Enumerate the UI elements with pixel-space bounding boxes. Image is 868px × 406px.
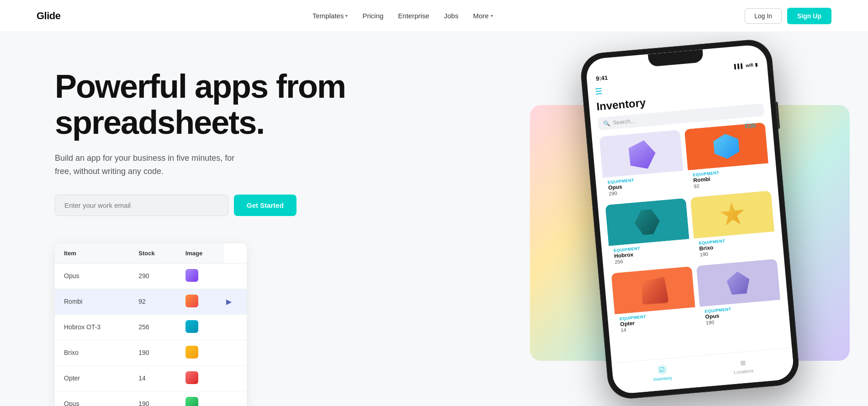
spreadsheet-card: Item Stock Image Opus290Rombi92▶Hobrox O… bbox=[55, 243, 247, 406]
inventory-icon: ☑ bbox=[656, 364, 667, 375]
phone-outer: 9:41 ▌▌▌ wifi ▮ ☰ Inventory Edit bbox=[579, 38, 801, 401]
email-input[interactable] bbox=[55, 195, 228, 216]
bottom-nav-locations[interactable]: ⊞ Locations bbox=[733, 357, 754, 375]
status-time: 9:41 bbox=[596, 74, 608, 82]
locations-icon: ⊞ bbox=[737, 357, 748, 368]
phone-screen: 9:41 ▌▌▌ wifi ▮ ☰ Inventory Edit bbox=[585, 44, 795, 395]
nav-item-templates[interactable]: Templates ▾ bbox=[312, 12, 348, 20]
nav-actions: Log In Sign Up bbox=[745, 8, 831, 24]
table-row[interactable]: Hobrox OT-3256 bbox=[55, 314, 247, 340]
wifi-icon: wifi bbox=[746, 63, 754, 68]
nav-item-more[interactable]: More ▾ bbox=[473, 12, 492, 20]
cell-item: Hobrox OT-3 bbox=[55, 314, 129, 340]
cell-item: Opter bbox=[55, 365, 129, 391]
signup-button[interactable]: Sign Up bbox=[787, 8, 831, 24]
list-item[interactable]: EQUIPMENT Hobrox 256 bbox=[605, 198, 692, 269]
cell-image bbox=[176, 391, 224, 406]
edit-button[interactable]: Edit bbox=[745, 121, 756, 130]
cursor-arrow-icon: ▶ bbox=[224, 289, 247, 314]
item-image bbox=[599, 130, 683, 178]
email-form: Get Started bbox=[55, 195, 365, 216]
shape-box-red-icon bbox=[642, 276, 669, 304]
spreadsheet-table: Item Stock Image Opus290Rombi92▶Hobrox O… bbox=[55, 243, 247, 406]
phone-grid: EQUIPMENT Opus 290 bbox=[599, 122, 783, 337]
hero-subtitle: Build an app for your business in five m… bbox=[55, 152, 247, 178]
cell-item: Rombi bbox=[55, 289, 129, 314]
cell-stock: 290 bbox=[129, 263, 176, 289]
main-content: Powerful apps from spreadsheets. Build a… bbox=[0, 32, 868, 406]
cell-item: Opus bbox=[55, 263, 129, 289]
hero-title: Powerful apps from spreadsheets. bbox=[55, 69, 365, 141]
cell-item: Brixo bbox=[55, 340, 129, 365]
navbar: Glide Templates ▾ Pricing Enterprise Job… bbox=[0, 0, 868, 32]
nav-logo[interactable]: Glide bbox=[37, 10, 61, 22]
nav-item-pricing[interactable]: Pricing bbox=[362, 12, 383, 20]
shape-dark-gem-icon bbox=[634, 208, 661, 236]
table-row[interactable]: Opus290 bbox=[55, 263, 247, 289]
shape-blue-gem-icon bbox=[713, 133, 740, 160]
item-image bbox=[611, 266, 695, 314]
list-item[interactable]: EQUIPMENT Rombi 92 bbox=[684, 122, 771, 193]
list-item[interactable]: EQUIPMENT Brixo 190 bbox=[690, 190, 777, 261]
table-row[interactable]: Brixo190 bbox=[55, 340, 247, 365]
item-image bbox=[690, 190, 774, 238]
search-icon: 🔍 bbox=[603, 120, 610, 127]
right-panel: 9:41 ▌▌▌ wifi ▮ ☰ Inventory Edit bbox=[365, 59, 813, 406]
signal-icon: ▌▌▌ bbox=[734, 63, 744, 69]
phone-app-content: ☰ Inventory Edit 🔍 Search... bbox=[587, 67, 790, 342]
bottom-nav-inventory[interactable]: ☑ Inventory bbox=[652, 364, 672, 382]
cell-stock: 190 bbox=[129, 340, 176, 365]
cell-image bbox=[176, 365, 224, 391]
left-panel: Powerful apps from spreadsheets. Build a… bbox=[55, 59, 365, 406]
cell-image bbox=[176, 289, 224, 314]
login-button[interactable]: Log In bbox=[745, 8, 782, 24]
cell-item: Opus bbox=[55, 391, 129, 406]
battery-icon: ▮ bbox=[755, 62, 758, 67]
cell-image bbox=[176, 340, 224, 365]
cell-image bbox=[176, 263, 224, 289]
item-image bbox=[684, 122, 768, 170]
shape-gem-lavender-icon bbox=[726, 270, 751, 295]
col-header-item: Item bbox=[55, 243, 129, 264]
table-row[interactable]: Opter14 bbox=[55, 365, 247, 391]
chevron-down-icon-more: ▾ bbox=[491, 13, 493, 18]
cell-stock: 256 bbox=[129, 314, 176, 340]
item-image bbox=[605, 198, 689, 246]
list-item[interactable]: EQUIPMENT Opus 190 bbox=[696, 259, 783, 330]
list-item[interactable]: EQUIPMENT Opter 14 bbox=[611, 266, 698, 337]
cell-stock: 190 bbox=[129, 391, 176, 406]
table-row[interactable]: Opus190 bbox=[55, 391, 247, 406]
nav-links: Templates ▾ Pricing Enterprise Jobs More… bbox=[312, 12, 492, 20]
shape-purple-icon bbox=[625, 138, 657, 170]
cell-image bbox=[176, 314, 224, 340]
nav-item-enterprise[interactable]: Enterprise bbox=[398, 12, 429, 20]
get-started-button[interactable]: Get Started bbox=[234, 195, 296, 216]
col-header-stock: Stock bbox=[129, 243, 176, 264]
phone-bottom-nav: ☑ Inventory ⊞ Locations bbox=[612, 348, 795, 395]
table-header-row: Item Stock Image bbox=[55, 243, 247, 264]
nav-item-jobs[interactable]: Jobs bbox=[444, 12, 459, 20]
shape-star-icon bbox=[719, 201, 746, 228]
item-image bbox=[696, 259, 780, 307]
list-item[interactable]: EQUIPMENT Opus 290 bbox=[599, 130, 686, 200]
cell-stock: 92 bbox=[129, 289, 176, 314]
phone-mockup: 9:41 ▌▌▌ wifi ▮ ☰ Inventory Edit bbox=[579, 38, 801, 401]
chevron-down-icon: ▾ bbox=[345, 13, 348, 18]
table-row[interactable]: Rombi92▶ bbox=[55, 289, 247, 314]
col-header-image: Image bbox=[176, 243, 224, 264]
cell-stock: 14 bbox=[129, 365, 176, 391]
